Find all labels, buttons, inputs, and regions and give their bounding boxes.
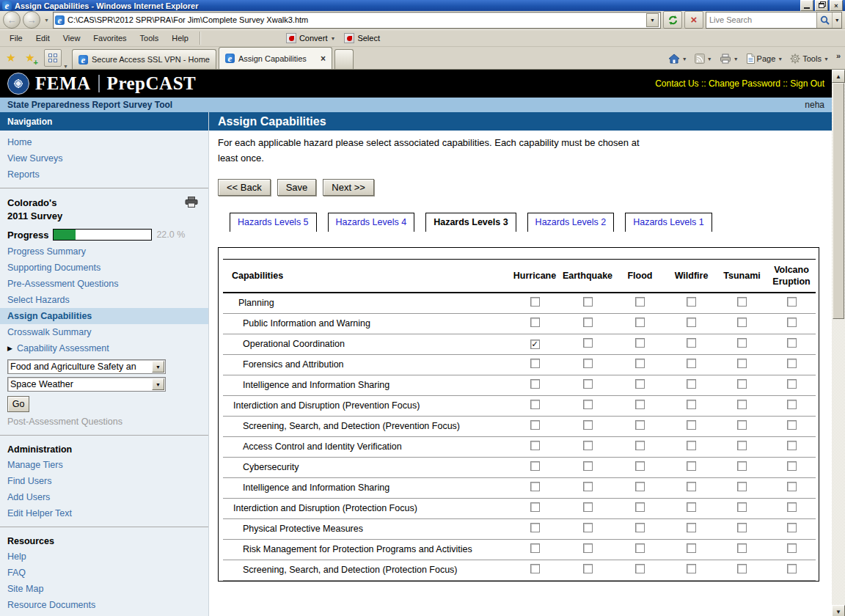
tab-hazards-levels-5[interactable]: Hazards Levels 5 [230, 213, 317, 232]
page-menu-button[interactable]: Page ▼ [743, 51, 786, 66]
checkbox-hurricane[interactable] [530, 297, 540, 307]
home-button[interactable]: ▼ [665, 51, 690, 66]
checkbox-flood[interactable] [635, 564, 645, 573]
back-button[interactable]: ← [3, 11, 21, 29]
checkbox-flood[interactable] [635, 461, 645, 471]
menu-item-view[interactable]: View [56, 30, 87, 46]
close-button[interactable]: × [830, 0, 843, 11]
checkbox-earthquake[interactable] [583, 318, 593, 327]
checkbox-tsunami[interactable] [737, 379, 747, 389]
page-scrollbar[interactable]: ▲ ▼ [832, 70, 845, 616]
back-button[interactable]: << Back [218, 179, 271, 196]
checkbox-wildfire[interactable] [687, 338, 696, 348]
checkbox-hurricane[interactable] [530, 482, 540, 491]
sidebar-item-resource-documents[interactable]: Resource Documents [0, 597, 208, 613]
checkbox-hurricane[interactable]: ✓ [530, 340, 540, 349]
select-button[interactable]: Select [340, 31, 384, 45]
address-dropdown-button[interactable]: ▼ [646, 13, 659, 27]
quick-tabs-button[interactable] [44, 49, 62, 67]
checkbox-hurricane[interactable] [530, 543, 540, 553]
tab-hazards-levels-2[interactable]: Hazards Levels 2 [527, 213, 615, 232]
checkbox-volcano-eruption[interactable] [787, 338, 797, 348]
checkbox-hurricane[interactable] [530, 461, 540, 471]
checkbox-volcano-eruption[interactable] [787, 482, 797, 491]
checkbox-hurricane[interactable] [530, 523, 540, 532]
checkbox-hurricane[interactable] [530, 379, 540, 389]
scroll-up-button[interactable]: ▲ [832, 70, 845, 83]
tab-hazards-levels-4[interactable]: Hazards Levels 4 [328, 213, 415, 232]
checkbox-hurricane[interactable] [530, 359, 540, 368]
checkbox-earthquake[interactable] [583, 441, 593, 450]
checkbox-earthquake[interactable] [583, 359, 593, 368]
browser-tab[interactable]: eSecure Access SSL VPN - Home [72, 49, 216, 69]
checkbox-earthquake[interactable] [583, 564, 593, 573]
forward-button[interactable]: → [23, 11, 40, 29]
checkbox-hurricane[interactable] [530, 420, 540, 430]
checkbox-earthquake[interactable] [583, 297, 593, 307]
header-link-change-password[interactable]: Change Password [709, 78, 780, 89]
capability-dropdown-2[interactable]: Space Weather ▼ [7, 377, 166, 392]
checkbox-volcano-eruption[interactable] [787, 502, 797, 512]
tools-menu-button[interactable]: Tools ▼ [787, 51, 832, 66]
stop-button[interactable]: × [684, 11, 703, 29]
sidebar-item-help[interactable]: Help [0, 549, 208, 565]
history-dropdown[interactable]: ▼ [43, 18, 51, 23]
checkbox-flood[interactable] [635, 359, 645, 368]
checkbox-flood[interactable] [635, 543, 645, 553]
checkbox-wildfire[interactable] [687, 523, 696, 532]
checkbox-hurricane[interactable] [530, 441, 540, 450]
checkbox-wildfire[interactable] [687, 379, 696, 389]
scrollbar-track[interactable] [832, 319, 845, 605]
sidebar-item-reports[interactable]: Reports [0, 166, 208, 183]
toolbar-overflow-button[interactable]: » [833, 51, 844, 60]
checkbox-tsunami[interactable] [737, 297, 747, 307]
checkbox-wildfire[interactable] [687, 318, 696, 327]
checkbox-tsunami[interactable] [737, 502, 747, 512]
checkbox-flood[interactable] [635, 338, 645, 348]
checkbox-flood[interactable] [635, 420, 645, 430]
checkbox-tsunami[interactable] [737, 543, 747, 553]
checkbox-volcano-eruption[interactable] [787, 420, 797, 430]
checkbox-wildfire[interactable] [687, 502, 696, 512]
sidebar-item-crosswalk-summary[interactable]: Crosswalk Summary [0, 324, 208, 340]
checkbox-flood[interactable] [635, 400, 645, 409]
checkbox-earthquake[interactable] [583, 461, 593, 471]
tab-hazards-levels-3[interactable]: Hazards Levels 3 [425, 213, 516, 232]
checkbox-earthquake[interactable] [583, 400, 593, 409]
next-button[interactable]: Next >> [323, 179, 374, 196]
checkbox-volcano-eruption[interactable] [787, 564, 797, 573]
checkbox-flood[interactable] [635, 482, 645, 491]
go-button[interactable]: Go [7, 396, 29, 412]
sidebar-item-supporting-documents[interactable]: Supporting Documents [0, 260, 208, 276]
checkbox-volcano-eruption[interactable] [787, 523, 797, 532]
checkbox-volcano-eruption[interactable] [787, 400, 797, 409]
checkbox-tsunami[interactable] [737, 523, 747, 532]
menu-item-file[interactable]: File [3, 30, 29, 46]
sidebar-item-assign-capabilities[interactable]: Assign Capabilities [0, 308, 208, 324]
checkbox-earthquake[interactable] [583, 502, 593, 512]
tab-close-icon[interactable]: × [321, 54, 326, 64]
checkbox-tsunami[interactable] [737, 359, 747, 368]
scroll-down-button[interactable]: ▼ [832, 605, 845, 616]
sidebar-item-pre-assessment-questions[interactable]: Pre-Assessment Questions [0, 276, 208, 292]
checkbox-wildfire[interactable] [687, 461, 696, 471]
print-survey-button[interactable] [185, 197, 198, 208]
sidebar-item-site-map[interactable]: Site Map [0, 581, 208, 597]
checkbox-earthquake[interactable] [583, 379, 593, 389]
checkbox-volcano-eruption[interactable] [787, 461, 797, 471]
checkbox-tsunami[interactable] [737, 318, 747, 327]
checkbox-wildfire[interactable] [687, 543, 696, 553]
checkbox-hurricane[interactable] [530, 318, 540, 327]
sidebar-item-capability-assessment[interactable]: ▶ Capability Assessment [0, 340, 208, 356]
checkbox-volcano-eruption[interactable] [787, 543, 797, 553]
sidebar-item-manage-tiers[interactable]: Manage Tiers [0, 457, 208, 473]
address-field[interactable]: e C:\CAS\SPR\2012 SPR\PRA\For Jim\Comple… [53, 12, 661, 29]
checkbox-earthquake[interactable] [583, 420, 593, 430]
checkbox-tsunami[interactable] [737, 420, 747, 430]
checkbox-tsunami[interactable] [737, 564, 747, 573]
menu-item-favorites[interactable]: Favorites [87, 30, 133, 46]
checkbox-wildfire[interactable] [687, 297, 696, 307]
checkbox-volcano-eruption[interactable] [787, 441, 797, 450]
checkbox-earthquake[interactable] [583, 523, 593, 532]
checkbox-earthquake[interactable] [583, 338, 593, 348]
